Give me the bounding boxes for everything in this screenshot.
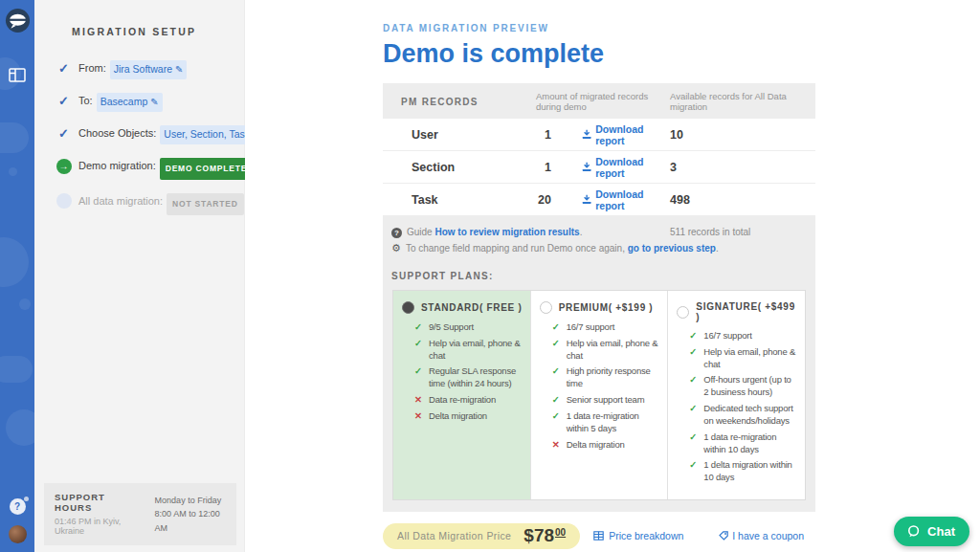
price-row: All Data Migration Price $7800 Price bre… <box>383 523 804 549</box>
avatar[interactable] <box>9 525 27 543</box>
download-report-link[interactable]: Download report <box>582 188 670 211</box>
change-text: To change field mapping and run Demo onc… <box>406 243 628 254</box>
support-plans: STANDARD( FREE ) 9/5 Support Help via em… <box>392 290 806 500</box>
pencil-icon[interactable]: ✎ <box>175 64 183 75</box>
step-alldata-label: All data migration: <box>78 193 163 210</box>
entity-cell: User <box>383 128 536 142</box>
support-hours-title: SUPPORT HOURS <box>55 492 143 513</box>
feature-icon <box>414 365 424 390</box>
radio-icon[interactable] <box>540 301 552 314</box>
coupon-link[interactable]: I have a coupon <box>719 530 804 541</box>
setup-title: MIGRATION SETUP <box>34 0 244 37</box>
plan-feature: High priority response time <box>552 365 661 390</box>
eyebrow-label: DATA MIGRATION PREVIEW <box>383 23 815 33</box>
plan-signature-select[interactable]: SIGNATURE( +$499 ) <box>677 301 798 322</box>
price-pill: All Data Migration Price $7800 <box>383 523 580 549</box>
pending-step-icon <box>56 193 72 209</box>
chat-bubble-icon <box>906 524 921 539</box>
check-icon: ✓ <box>56 93 72 109</box>
support-plans-title: SUPPORT PLANS: <box>383 256 815 281</box>
step-from-value[interactable]: Jira Software✎ <box>110 60 188 79</box>
guide-text: Guide <box>407 227 434 237</box>
feature-icon <box>414 338 424 363</box>
relokia-logo-icon[interactable] <box>5 8 31 33</box>
download-report-link[interactable]: Download report <box>582 156 670 179</box>
plan-name: PREMIUM( +$199 ) <box>559 302 654 313</box>
feature-icon <box>414 321 424 334</box>
plan-feature: Help via email, phone & chat <box>552 338 661 363</box>
price-amount: $7800 <box>523 525 566 546</box>
plan-feature: Help via email, phone & chat <box>689 346 798 371</box>
table-header: PM RECORDS Amount of migrated records du… <box>383 83 815 119</box>
step-objects-label: Choose Objects: <box>78 125 156 142</box>
plan-feature: 9/5 Support <box>414 321 523 334</box>
check-icon: ✓ <box>56 125 72 142</box>
main-area: DATA MIGRATION PREVIEW Demo is complete … <box>245 0 980 552</box>
col-migrated-header: Amount of migrated records during demo <box>536 91 670 112</box>
feature-icon <box>689 346 699 371</box>
support-hours-time: 8:00 AM to 12:00 AM <box>155 507 226 535</box>
plan-standard: STANDARD( FREE ) 9/5 Support Help via em… <box>393 291 530 499</box>
step-demo-label: Demo migration: <box>78 158 156 174</box>
plan-feature: 1 data re-migration within 5 days <box>552 410 661 435</box>
plan-name: SIGNATURE( +$499 ) <box>696 301 798 322</box>
feature-icon <box>689 374 699 399</box>
available-cell: 498 <box>670 193 815 207</box>
help-icon[interactable]: ? <box>10 498 26 515</box>
guide-icon: ? <box>391 228 402 238</box>
migrated-cell: 1 <box>536 161 551 174</box>
grid-icon <box>593 531 604 541</box>
migrated-cell: 20 <box>536 193 551 207</box>
plan-standard-select[interactable]: STANDARD( FREE ) <box>402 301 523 314</box>
tag-icon <box>719 531 728 541</box>
feature-icon <box>552 321 562 334</box>
plan-feature: Help via email, phone & chat <box>414 338 523 363</box>
feature-icon <box>552 410 562 435</box>
plan-feature: 16/7 support <box>552 321 661 334</box>
previous-step-link[interactable]: go to previous step <box>628 243 716 254</box>
alldata-status-badge: NOT STARTED <box>167 193 244 215</box>
feature-icon <box>552 439 562 452</box>
available-cell: 3 <box>670 161 815 174</box>
step-from-label: From: <box>78 60 106 77</box>
plan-feature: Dedicated tech support on weekends/holid… <box>689 403 798 428</box>
pencil-icon[interactable]: ✎ <box>150 97 158 107</box>
download-icon <box>582 129 591 140</box>
notes-block: ? Guide How to review migration results.… <box>383 216 815 256</box>
plan-feature: Senior support team <box>552 394 661 407</box>
step-to: ✓ To: Basecamp✎ <box>34 93 244 112</box>
download-report-link[interactable]: Download report <box>582 123 670 146</box>
feature-icon <box>414 410 424 423</box>
available-cell: 10 <box>670 128 815 142</box>
price-label: All Data Migration Price <box>397 530 511 541</box>
gear-icon: ⚙ <box>391 243 401 254</box>
feature-icon <box>689 330 699 342</box>
feature-icon <box>414 394 424 407</box>
guide-link[interactable]: How to review migration results <box>434 227 579 237</box>
step-alldata-migration: All data migration: NOT STARTED <box>34 193 244 215</box>
plan-premium-select[interactable]: PREMIUM( +$199 ) <box>540 301 661 314</box>
app-rail: ? <box>0 0 34 552</box>
step-demo-migration: → Demo migration: DEMO COMPLETE <box>34 158 244 180</box>
table-row: User 1 Download report 10 <box>383 119 815 150</box>
radio-icon[interactable] <box>677 306 689 319</box>
table-row: Section 1 Download report 3 <box>383 151 815 183</box>
table-row: Task 20 Download report 498 <box>383 184 815 215</box>
plan-name: STANDARD( FREE ) <box>421 302 522 313</box>
plan-signature: SIGNATURE( +$499 ) 16/7 support Help via… <box>667 291 805 499</box>
step-to-value[interactable]: Basecamp✎ <box>97 93 163 112</box>
chat-button[interactable]: Chat <box>894 517 969 546</box>
step-objects: ✓ Choose Objects: User, Section, Task✎ <box>34 125 244 144</box>
price-breakdown-link[interactable]: Price breakdown <box>593 530 683 541</box>
panels-icon[interactable] <box>9 68 26 82</box>
plan-feature: Delta migration <box>552 439 661 452</box>
radio-icon[interactable] <box>402 301 414 314</box>
plan-feature: 1 delta migration within 10 days <box>689 459 798 484</box>
entity-cell: Task <box>383 193 536 207</box>
price-cents: 00 <box>555 527 566 538</box>
feature-icon <box>689 403 699 428</box>
feature-icon <box>552 394 562 407</box>
support-hours-box: SUPPORT HOURS 01:46 PM in Kyiv, Ukraine … <box>44 483 236 545</box>
records-card: PM RECORDS Amount of migrated records du… <box>383 83 815 512</box>
plan-feature: 16/7 support <box>689 330 798 342</box>
